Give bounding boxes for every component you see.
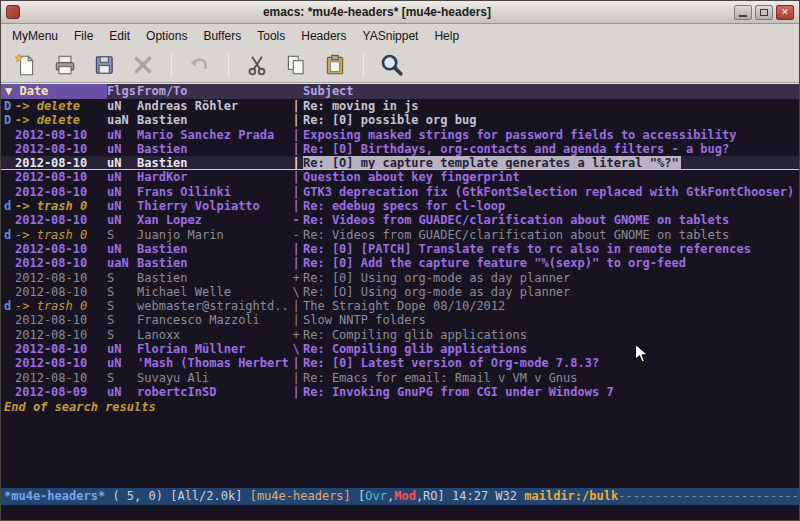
message-date: 2012-08-10 [15, 328, 107, 342]
message-subject: Re: [0] Add the capture feature "%(sexp)… [303, 256, 799, 270]
message-row[interactable]: d-> trash 0uNThierry Volpiatto|Re: edebu… [1, 199, 799, 213]
message-row[interactable]: 2012-08-10SBastien+Re: [0] Using org-mod… [1, 271, 799, 285]
message-from: robertcInSD [137, 385, 289, 399]
message-subject: Re: [0] [PATCH] Translate refs to rc als… [303, 242, 799, 256]
window-controls: ✕ [734, 5, 794, 20]
undo-button[interactable] [185, 50, 215, 80]
thread-indicator: | [289, 242, 303, 256]
thread-indicator: | [289, 113, 303, 127]
message-date: 2012-08-10 [15, 142, 107, 156]
print-button[interactable] [50, 50, 80, 80]
message-date: -> delete [15, 99, 107, 113]
message-row[interactable]: d-> trash 0Swebmaster@straightd...|The S… [1, 299, 799, 313]
thread-indicator: + [289, 328, 303, 342]
message-row[interactable]: 2012-08-10uaNBastien|Re: [0] Add the cap… [1, 256, 799, 270]
message-from: 'Mash (Thomas Herbert) [137, 356, 289, 370]
message-mark [1, 185, 15, 199]
message-mark [1, 313, 15, 327]
close-buffer-button[interactable] [128, 50, 158, 80]
menu-item-headers[interactable]: Headers [293, 26, 354, 46]
message-from: Juanjo Marin [137, 228, 289, 242]
message-row[interactable]: 2012-08-10uNXan Lopez-Re: Videos from GU… [1, 213, 799, 227]
message-mark [1, 285, 15, 299]
undo-icon [188, 53, 212, 77]
message-flags: S [107, 371, 137, 385]
minimize-button[interactable] [734, 5, 752, 20]
thread-indicator: | [289, 299, 303, 313]
menu-item-edit[interactable]: Edit [101, 26, 138, 46]
message-flags: uN [107, 213, 137, 227]
message-subject: Re: [0] Birthdays, org-contacts and agen… [303, 142, 799, 156]
cut-button[interactable] [242, 50, 272, 80]
message-subject: Re: Emacs for email: Rmail v VM v Gnus [303, 371, 799, 385]
search-button[interactable] [377, 50, 407, 80]
new-file-button[interactable] [11, 50, 41, 80]
message-flags: uN [107, 199, 137, 213]
message-row[interactable]: D-> deleteuaNBastien|Re: [0] possible or… [1, 113, 799, 127]
menu-item-file[interactable]: File [66, 26, 101, 46]
modeline-segment-plain: [All/2.0k] [170, 489, 249, 503]
thread-indicator: | [289, 156, 303, 169]
message-flags: S [107, 299, 137, 313]
thread-indicator: | [289, 99, 303, 113]
sort-column-date[interactable]: ▼ Date [1, 84, 107, 99]
thread-indicator: - [289, 228, 303, 242]
message-row[interactable]: 2012-08-09uNrobertcInSD|Re: Invoking Gnu… [1, 385, 799, 399]
message-from: Andreas Röhler [137, 99, 289, 113]
emacs-window: emacs: *mu4e-headers* [mu4e-headers] ✕ M… [0, 0, 800, 521]
message-row[interactable]: 2012-08-10uNMario Sanchez Prada|Exposing… [1, 128, 799, 142]
message-flags: S [107, 228, 137, 242]
echo-area [1, 505, 799, 520]
paste-button[interactable] [320, 50, 350, 80]
message-row[interactable]: 2012-08-10SLanoxx+Re: Compiling glib app… [1, 328, 799, 342]
message-date: 2012-08-10 [15, 256, 107, 270]
copy-button[interactable] [281, 50, 311, 80]
menu-item-options[interactable]: Options [138, 26, 195, 46]
message-row[interactable]: 2012-08-10uN'Mash (Thomas Herbert)|Re: [… [1, 356, 799, 370]
message-from: Bastien [137, 256, 289, 270]
save-button[interactable] [89, 50, 119, 80]
message-row[interactable]: 2012-08-10uNBastien|Re: [O] my capture t… [1, 156, 799, 170]
toolbar-separator [228, 53, 229, 77]
column-subject[interactable]: Subject [303, 84, 799, 99]
menu-item-yasnippet[interactable]: YASnippet [355, 26, 427, 46]
message-from: Bastien [137, 156, 289, 169]
message-date: 2012-08-10 [15, 156, 107, 169]
title-bar: emacs: *mu4e-headers* [mu4e-headers] ✕ [1, 1, 799, 24]
message-mark: D [1, 99, 15, 113]
message-row[interactable]: 2012-08-10uNFrans Oilinki|GTK3 deprecati… [1, 185, 799, 199]
message-subject: Re: Compiling glib applications [303, 328, 799, 342]
message-row[interactable]: 2012-08-10uNHardKor|Question about key f… [1, 170, 799, 184]
message-row[interactable]: D-> deleteuNAndreas Röhler|Re: moving in… [1, 99, 799, 113]
message-row[interactable]: 2012-08-10SFrancesco Mazzoli|Slow NNTP f… [1, 313, 799, 327]
message-row[interactable]: 2012-08-10uNFlorian Müllner\Re: Compilin… [1, 342, 799, 356]
modeline-segment-ovr: Ovr [365, 489, 387, 503]
message-row[interactable]: 2012-08-10SMichael Welle\Re: [O] Using o… [1, 285, 799, 299]
menu-item-tools[interactable]: Tools [249, 26, 293, 46]
close-buffer-icon [131, 53, 155, 77]
menu-item-help[interactable]: Help [426, 26, 467, 46]
message-row[interactable]: 2012-08-10uNBastien|Re: [0] Birthdays, o… [1, 142, 799, 156]
message-date: -> delete [15, 113, 107, 127]
message-flags: uN [107, 356, 137, 370]
modeline-segment-buffer: *mu4e-headers* [4, 489, 105, 503]
toolbar-separator [171, 53, 172, 77]
thread-indicator: - [289, 213, 303, 227]
column-from[interactable]: From/To [137, 84, 289, 99]
message-row[interactable]: 2012-08-10SSuvayu Ali|Re: Emacs for emai… [1, 371, 799, 385]
message-subject: Exposing masked strings for password fie… [303, 128, 799, 142]
message-date: 2012-08-09 [15, 385, 107, 399]
menu-item-buffers[interactable]: Buffers [195, 26, 249, 46]
message-mark [1, 328, 15, 342]
message-from: Suvayu Ali [137, 371, 289, 385]
mu4e-headers-buffer: ▼ Date Flgs From/To Subject D-> deleteuN… [1, 83, 799, 488]
message-from: Mario Sanchez Prada [137, 128, 289, 142]
message-row[interactable]: d-> trash 0SJuanjo Marin-Re: Videos from… [1, 228, 799, 242]
menu-item-mymenu[interactable]: MyMenu [4, 26, 66, 46]
close-button[interactable]: ✕ [776, 5, 794, 20]
message-flags: uN [107, 156, 137, 169]
message-row[interactable]: 2012-08-10uNBastien|Re: [0] [PATCH] Tran… [1, 242, 799, 256]
maximize-button[interactable] [755, 5, 773, 20]
column-flags[interactable]: Flgs [107, 84, 137, 99]
message-from: Bastien [137, 271, 289, 285]
